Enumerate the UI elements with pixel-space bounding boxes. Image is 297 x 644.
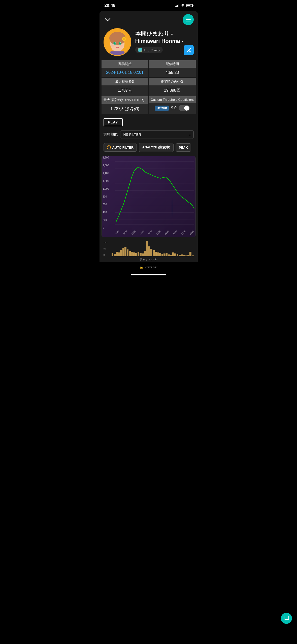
stat-value-stream-start: 2024-10-01 18:02:01 <box>102 68 148 77</box>
threshold-section: Default 9.0 <box>149 103 196 113</box>
chat-bar <box>155 252 157 256</box>
org-badge[interactable]: にじさんじ <box>135 47 163 53</box>
chat-y-labels: 160 80 0 <box>104 241 107 256</box>
chart-svg <box>102 156 195 232</box>
stats-grid: 配信開始 2024-10-01 18:02:01 配信時間 4:55:23 最大… <box>102 60 196 114</box>
chat-bar <box>146 241 148 256</box>
chat-bar <box>129 251 131 256</box>
power-icon <box>107 145 111 149</box>
chat-bar <box>170 255 172 256</box>
stat-cell-end-views: 終了時の再生数 19,898回 <box>149 78 196 96</box>
stat-cell-stream-duration: 配信時間 4:55:23 <box>149 60 196 77</box>
chat-bar <box>153 250 155 256</box>
stat-value-max-viewers: 1,787人 <box>102 85 148 96</box>
filter-select-wrapper: NS FILTER STANDARD CUSTOM ⌄ <box>120 130 194 139</box>
svg-point-11 <box>120 42 121 43</box>
chat-chart-label: チャット / min <box>140 257 157 261</box>
chat-bar <box>163 253 166 256</box>
chevron-down-icon[interactable] <box>104 16 112 24</box>
stat-label-threshold: Custom Threshold Coefficient <box>149 96 196 103</box>
chat-bar <box>174 253 176 256</box>
profile-info: 本間ひまわり -Himawari Honma - にじさんじ <box>135 28 194 56</box>
battery-icon <box>186 4 193 7</box>
toggle-knob <box>184 106 189 111</box>
chat-bar <box>166 253 168 256</box>
filter-section: 実験機能 NS FILTER STANDARD CUSTOM ⌄ <box>100 128 198 141</box>
chat-bar <box>192 255 194 256</box>
chat-bar <box>181 254 183 256</box>
stat-cell-threshold: Custom Threshold Coefficient Default 9.0 <box>149 96 196 114</box>
home-indicator <box>100 272 198 277</box>
avatar-container <box>104 28 131 56</box>
home-bar <box>131 274 166 275</box>
chat-chart-inner: 160 80 0 <box>104 241 194 261</box>
filter-select[interactable]: NS FILTER STANDARD CUSTOM <box>120 130 194 139</box>
app-container: 本間ひまわり -Himawari Honma - にじさんじ 配信開始 2024… <box>100 11 198 262</box>
chat-bar <box>140 253 142 256</box>
chat-bar <box>120 250 122 256</box>
twitter-button[interactable] <box>184 45 194 55</box>
stat-value-stream-duration: 4:55:23 <box>149 68 196 77</box>
auto-filter-button[interactable]: AUTO FILTER <box>104 143 137 152</box>
chart-section: 1,800 1,600 1,400 1,200 1,000 800 600 40… <box>102 156 196 237</box>
analyze-button[interactable]: ANALYZE (実験中) <box>139 143 173 152</box>
stat-value-end-views: 19,898回 <box>149 85 196 96</box>
peak-label: PEAK <box>179 146 188 149</box>
chat-bar <box>157 252 159 256</box>
chat-bar <box>135 253 137 256</box>
chat-y-label-0: 0 <box>104 254 107 256</box>
chat-chart-section: 160 80 0 <box>100 239 198 262</box>
chat-bar <box>150 249 152 256</box>
status-icons <box>175 4 193 8</box>
footer-url: vrabi.net <box>145 265 157 269</box>
chat-bar <box>142 253 144 256</box>
peak-button[interactable]: PEAK <box>176 143 191 152</box>
chart-container: 1,800 1,600 1,400 1,200 1,000 800 600 40… <box>102 156 195 237</box>
stat-label-stream-duration: 配信時間 <box>149 60 196 68</box>
chat-bar <box>118 252 120 256</box>
chat-bar <box>133 252 135 256</box>
stat-cell-max-viewers-ns: 最大視聴者数（NS FILTER） 1,787人(参考値) <box>102 96 148 114</box>
chat-bars <box>112 241 194 256</box>
chat-bar <box>127 249 129 256</box>
chat-bar <box>187 255 189 256</box>
svg-point-5 <box>123 38 125 40</box>
chat-bar <box>124 247 126 256</box>
stat-value-max-viewers-ns: 1,787人(参考値) <box>102 104 148 114</box>
chat-bar <box>144 251 146 256</box>
chat-bar <box>138 252 140 256</box>
chat-y-label-160: 160 <box>104 241 107 244</box>
chat-bar <box>116 252 118 256</box>
chat-bar <box>177 254 179 256</box>
org-name: にじさんじ <box>144 48 160 52</box>
top-nav <box>100 11 198 28</box>
stat-label-max-viewers: 最大視聴者数 <box>102 78 148 85</box>
chat-bar <box>131 252 133 256</box>
avatar <box>104 28 131 56</box>
signal-icon <box>175 4 179 7</box>
play-button[interactable]: PLAY <box>104 118 123 126</box>
chat-bar <box>122 248 124 256</box>
menu-line-2 <box>186 19 191 20</box>
menu-button[interactable] <box>183 14 194 25</box>
threshold-toggle[interactable] <box>179 105 190 111</box>
analyze-label: ANALYZE (実験中) <box>142 145 170 149</box>
experiment-label: 実験機能 <box>104 132 118 137</box>
default-badge: Default <box>155 106 169 111</box>
vtuber-name: 本間ひまわり -Himawari Honma - <box>135 30 194 45</box>
stat-label-max-viewers-ns: 最大視聴者数（NS FILTER） <box>102 96 148 104</box>
status-time: 20:48 <box>105 3 115 8</box>
org-logo <box>138 48 142 52</box>
chat-bar <box>148 246 150 256</box>
chat-bar <box>112 253 114 256</box>
bottom-bar: 🔒 vrabi.net <box>100 262 198 272</box>
menu-line-3 <box>186 21 191 21</box>
wifi-icon <box>181 4 185 8</box>
action-buttons: AUTO FILTER ANALYZE (実験中) PEAK <box>100 141 198 154</box>
chat-bar <box>159 253 161 256</box>
svg-point-12 <box>111 45 115 47</box>
chat-bar <box>114 254 116 256</box>
chat-bar <box>183 255 185 256</box>
play-section: PLAY <box>100 114 198 128</box>
chat-bar <box>179 255 181 256</box>
